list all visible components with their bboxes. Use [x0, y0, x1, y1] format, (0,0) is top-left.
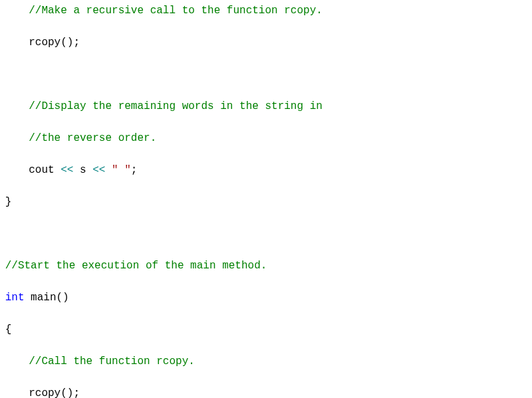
code-line: int main() [0, 290, 532, 306]
string-literal: " " [112, 164, 131, 176]
comment-text: //the reverse order. [29, 132, 156, 144]
code-line: { [0, 322, 532, 338]
code-line: cout << s << " "; [0, 162, 532, 178]
operator: << [92, 164, 112, 176]
function-call: rcopy [29, 37, 61, 49]
operator: << [61, 164, 80, 176]
comment-text: //Make a recursive call to the function … [29, 5, 323, 17]
code-line: //Call the function rcopy. [0, 353, 532, 369]
blank-line [0, 226, 532, 242]
code-line: //Make a recursive call to the function … [0, 3, 532, 19]
code-line: //Display the remaining words in the str… [0, 98, 532, 114]
code-line: } [0, 194, 532, 210]
identifier: s [80, 164, 92, 176]
identifier: cout [29, 164, 61, 176]
function-call: rcopy [29, 387, 61, 398]
blank-line [0, 66, 532, 82]
punctuation: ; [131, 164, 138, 176]
punctuation: (); [61, 387, 80, 398]
code-line: rcopy(); [0, 35, 532, 50]
comment-text: //Call the function rcopy. [29, 355, 195, 367]
opening-brace: { [5, 324, 12, 336]
keyword: int [5, 292, 25, 304]
comment-text: //Display the remaining words in the str… [29, 100, 323, 112]
comment-text: //Start the execution of the main method… [5, 260, 267, 272]
closing-brace: } [5, 196, 12, 208]
code-line: //the reverse order. [0, 130, 532, 146]
punctuation: (); [61, 37, 80, 49]
code-line: rcopy(); [0, 385, 532, 398]
code-listing: //Make a recursive call to the function … [0, 0, 532, 398]
code-line: //Start the execution of the main method… [0, 258, 532, 274]
function-signature: main() [24, 292, 68, 304]
